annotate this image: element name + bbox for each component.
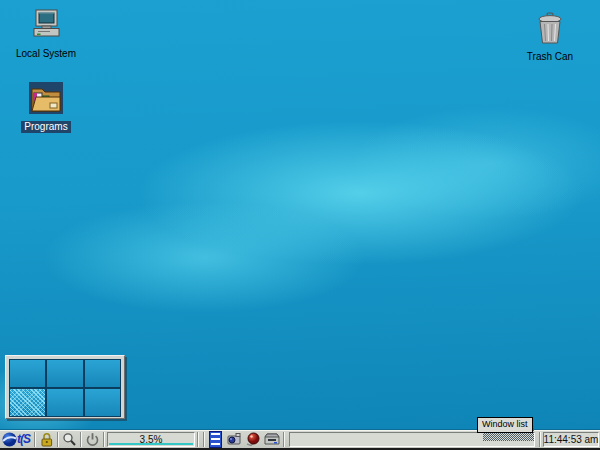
tooltip-text: Window list [482, 419, 528, 429]
desktop-icon-label: Programs [21, 121, 70, 133]
pager-grid [9, 359, 121, 417]
magnifier-icon [62, 432, 77, 447]
power-icon [85, 432, 100, 447]
desktop-icon-local-system[interactable]: Local System [12, 8, 80, 60]
desktop-icon-label: Trash Can [516, 51, 584, 63]
tooltip-window-list: Window list [477, 417, 533, 433]
programs-folder-icon [29, 82, 63, 114]
cpu-meter[interactable]: 3.5% [107, 432, 195, 447]
pager-cell[interactable] [47, 360, 82, 387]
padlock-icon [39, 431, 54, 447]
taskbar-separator [203, 432, 205, 447]
taskbar-separator [34, 432, 36, 447]
sco-wordmark: t(S [17, 432, 30, 446]
lock-screen-button[interactable] [38, 430, 55, 448]
desktop-icon-programs[interactable]: Programs [12, 82, 80, 134]
screen: Local System Trash Can [0, 0, 600, 450]
pager-cell[interactable] [85, 360, 120, 387]
shutdown-button[interactable] [84, 430, 101, 448]
desktop-icon-label: Local System [12, 48, 80, 60]
window-list-icon [211, 433, 220, 446]
taskbar-separator [103, 432, 105, 447]
pager-cell[interactable] [47, 389, 82, 416]
taskbar-clock[interactable]: 11:44:53 am [543, 432, 599, 447]
taskbar-separator [57, 432, 59, 447]
pager-cell[interactable] [10, 360, 45, 387]
taskbar-app-button-2[interactable] [244, 431, 261, 448]
globe-logo-icon [2, 432, 17, 447]
camera-icon [226, 431, 242, 447]
pager-cell[interactable] [85, 389, 120, 416]
red-sphere-icon [245, 431, 261, 447]
root-menu-button[interactable]: t(S [1, 430, 32, 448]
window-list-button[interactable] [209, 431, 222, 448]
taskbar-separator [197, 432, 199, 447]
find-button[interactable] [61, 430, 78, 448]
disk-drawer-icon [264, 431, 280, 447]
trash-icon [535, 12, 565, 45]
workspace-pager[interactable] [5, 355, 125, 419]
clock-text: 11:44:53 am [544, 434, 599, 445]
desktop-icon-trash-can[interactable]: Trash Can [516, 12, 584, 63]
computer-icon [28, 8, 64, 42]
cpu-meter-line [109, 443, 193, 445]
taskbar-separator [80, 432, 82, 447]
taskbar-separator [539, 432, 541, 447]
taskbar-app-button-3[interactable] [263, 431, 280, 448]
pager-cell-active[interactable] [10, 389, 45, 416]
taskbar-app-button-1[interactable] [225, 431, 242, 448]
taskbar-separator [283, 432, 285, 447]
